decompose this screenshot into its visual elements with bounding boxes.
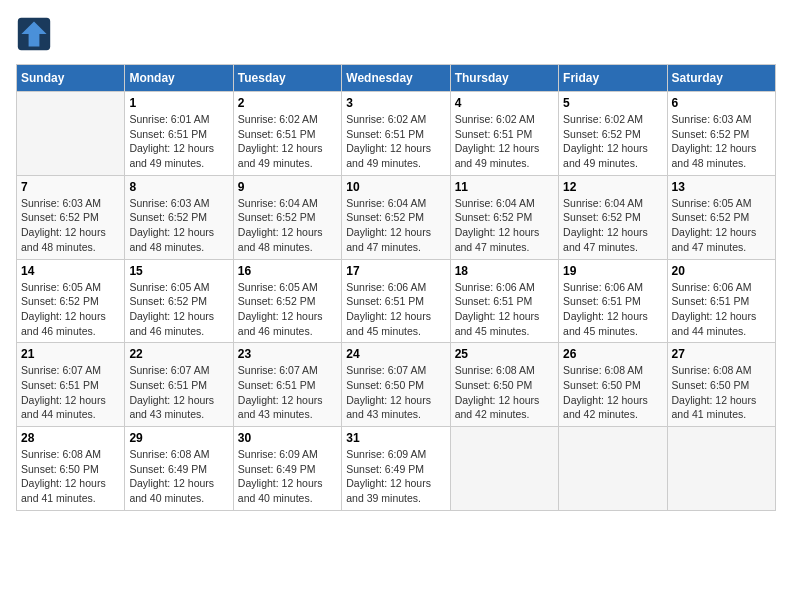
calendar-week-3: 21Sunrise: 6:07 AMSunset: 6:51 PMDayligh… [17,343,776,427]
weekday-header-sunday: Sunday [17,65,125,92]
calendar-cell-w4-d4 [450,427,558,511]
day-number: 8 [129,180,228,194]
day-number: 16 [238,264,337,278]
day-number: 27 [672,347,771,361]
page-header [16,16,776,52]
day-number: 15 [129,264,228,278]
day-number: 25 [455,347,554,361]
day-number: 5 [563,96,662,110]
day-number: 22 [129,347,228,361]
day-number: 10 [346,180,445,194]
day-number: 29 [129,431,228,445]
calendar-week-4: 28Sunrise: 6:08 AMSunset: 6:50 PMDayligh… [17,427,776,511]
day-info: Sunrise: 6:02 AMSunset: 6:52 PMDaylight:… [563,112,662,171]
calendar-cell-w4-d0: 28Sunrise: 6:08 AMSunset: 6:50 PMDayligh… [17,427,125,511]
calendar-cell-w0-d2: 2Sunrise: 6:02 AMSunset: 6:51 PMDaylight… [233,92,341,176]
logo [16,16,56,52]
day-info: Sunrise: 6:07 AMSunset: 6:51 PMDaylight:… [238,363,337,422]
calendar-cell-w1-d5: 12Sunrise: 6:04 AMSunset: 6:52 PMDayligh… [559,175,667,259]
weekday-header-monday: Monday [125,65,233,92]
day-number: 2 [238,96,337,110]
calendar-cell-w2-d1: 15Sunrise: 6:05 AMSunset: 6:52 PMDayligh… [125,259,233,343]
day-info: Sunrise: 6:04 AMSunset: 6:52 PMDaylight:… [238,196,337,255]
day-info: Sunrise: 6:03 AMSunset: 6:52 PMDaylight:… [21,196,120,255]
calendar-cell-w3-d4: 25Sunrise: 6:08 AMSunset: 6:50 PMDayligh… [450,343,558,427]
calendar-cell-w1-d2: 9Sunrise: 6:04 AMSunset: 6:52 PMDaylight… [233,175,341,259]
day-number: 1 [129,96,228,110]
day-info: Sunrise: 6:02 AMSunset: 6:51 PMDaylight:… [346,112,445,171]
day-number: 31 [346,431,445,445]
calendar-cell-w1-d3: 10Sunrise: 6:04 AMSunset: 6:52 PMDayligh… [342,175,450,259]
calendar-cell-w4-d1: 29Sunrise: 6:08 AMSunset: 6:49 PMDayligh… [125,427,233,511]
day-info: Sunrise: 6:05 AMSunset: 6:52 PMDaylight:… [21,280,120,339]
day-info: Sunrise: 6:04 AMSunset: 6:52 PMDaylight:… [455,196,554,255]
calendar-cell-w2-d5: 19Sunrise: 6:06 AMSunset: 6:51 PMDayligh… [559,259,667,343]
day-info: Sunrise: 6:02 AMSunset: 6:51 PMDaylight:… [455,112,554,171]
day-number: 12 [563,180,662,194]
day-number: 3 [346,96,445,110]
calendar-cell-w4-d3: 31Sunrise: 6:09 AMSunset: 6:49 PMDayligh… [342,427,450,511]
day-number: 19 [563,264,662,278]
day-info: Sunrise: 6:02 AMSunset: 6:51 PMDaylight:… [238,112,337,171]
weekday-header-wednesday: Wednesday [342,65,450,92]
day-info: Sunrise: 6:09 AMSunset: 6:49 PMDaylight:… [346,447,445,506]
calendar-table: SundayMondayTuesdayWednesdayThursdayFrid… [16,64,776,511]
day-info: Sunrise: 6:08 AMSunset: 6:50 PMDaylight:… [563,363,662,422]
calendar-cell-w0-d3: 3Sunrise: 6:02 AMSunset: 6:51 PMDaylight… [342,92,450,176]
weekday-header-saturday: Saturday [667,65,775,92]
day-number: 13 [672,180,771,194]
day-number: 4 [455,96,554,110]
day-info: Sunrise: 6:09 AMSunset: 6:49 PMDaylight:… [238,447,337,506]
calendar-cell-w2-d6: 20Sunrise: 6:06 AMSunset: 6:51 PMDayligh… [667,259,775,343]
day-info: Sunrise: 6:08 AMSunset: 6:49 PMDaylight:… [129,447,228,506]
day-number: 20 [672,264,771,278]
logo-icon [16,16,52,52]
weekday-header-tuesday: Tuesday [233,65,341,92]
weekday-header-thursday: Thursday [450,65,558,92]
calendar-cell-w3-d3: 24Sunrise: 6:07 AMSunset: 6:50 PMDayligh… [342,343,450,427]
day-number: 28 [21,431,120,445]
day-number: 21 [21,347,120,361]
calendar-week-0: 1Sunrise: 6:01 AMSunset: 6:51 PMDaylight… [17,92,776,176]
day-number: 17 [346,264,445,278]
day-info: Sunrise: 6:06 AMSunset: 6:51 PMDaylight:… [455,280,554,339]
calendar-cell-w3-d2: 23Sunrise: 6:07 AMSunset: 6:51 PMDayligh… [233,343,341,427]
calendar-cell-w2-d3: 17Sunrise: 6:06 AMSunset: 6:51 PMDayligh… [342,259,450,343]
day-number: 23 [238,347,337,361]
day-info: Sunrise: 6:07 AMSunset: 6:50 PMDaylight:… [346,363,445,422]
calendar-cell-w2-d4: 18Sunrise: 6:06 AMSunset: 6:51 PMDayligh… [450,259,558,343]
day-info: Sunrise: 6:05 AMSunset: 6:52 PMDaylight:… [672,196,771,255]
day-info: Sunrise: 6:01 AMSunset: 6:51 PMDaylight:… [129,112,228,171]
calendar-cell-w4-d2: 30Sunrise: 6:09 AMSunset: 6:49 PMDayligh… [233,427,341,511]
day-number: 7 [21,180,120,194]
day-info: Sunrise: 6:03 AMSunset: 6:52 PMDaylight:… [129,196,228,255]
calendar-cell-w0-d1: 1Sunrise: 6:01 AMSunset: 6:51 PMDaylight… [125,92,233,176]
day-info: Sunrise: 6:04 AMSunset: 6:52 PMDaylight:… [563,196,662,255]
day-info: Sunrise: 6:06 AMSunset: 6:51 PMDaylight:… [563,280,662,339]
calendar-cell-w1-d0: 7Sunrise: 6:03 AMSunset: 6:52 PMDaylight… [17,175,125,259]
day-number: 11 [455,180,554,194]
calendar-cell-w0-d6: 6Sunrise: 6:03 AMSunset: 6:52 PMDaylight… [667,92,775,176]
day-number: 9 [238,180,337,194]
day-number: 30 [238,431,337,445]
day-number: 24 [346,347,445,361]
day-info: Sunrise: 6:05 AMSunset: 6:52 PMDaylight:… [238,280,337,339]
day-number: 26 [563,347,662,361]
day-info: Sunrise: 6:08 AMSunset: 6:50 PMDaylight:… [21,447,120,506]
day-info: Sunrise: 6:08 AMSunset: 6:50 PMDaylight:… [672,363,771,422]
day-info: Sunrise: 6:06 AMSunset: 6:51 PMDaylight:… [346,280,445,339]
calendar-cell-w3-d6: 27Sunrise: 6:08 AMSunset: 6:50 PMDayligh… [667,343,775,427]
day-info: Sunrise: 6:03 AMSunset: 6:52 PMDaylight:… [672,112,771,171]
day-info: Sunrise: 6:08 AMSunset: 6:50 PMDaylight:… [455,363,554,422]
calendar-cell-w0-d0 [17,92,125,176]
calendar-cell-w3-d0: 21Sunrise: 6:07 AMSunset: 6:51 PMDayligh… [17,343,125,427]
calendar-cell-w1-d1: 8Sunrise: 6:03 AMSunset: 6:52 PMDaylight… [125,175,233,259]
calendar-cell-w1-d6: 13Sunrise: 6:05 AMSunset: 6:52 PMDayligh… [667,175,775,259]
day-info: Sunrise: 6:06 AMSunset: 6:51 PMDaylight:… [672,280,771,339]
calendar-cell-w0-d5: 5Sunrise: 6:02 AMSunset: 6:52 PMDaylight… [559,92,667,176]
calendar-cell-w4-d5 [559,427,667,511]
day-number: 6 [672,96,771,110]
calendar-cell-w2-d2: 16Sunrise: 6:05 AMSunset: 6:52 PMDayligh… [233,259,341,343]
calendar-cell-w3-d1: 22Sunrise: 6:07 AMSunset: 6:51 PMDayligh… [125,343,233,427]
day-number: 14 [21,264,120,278]
